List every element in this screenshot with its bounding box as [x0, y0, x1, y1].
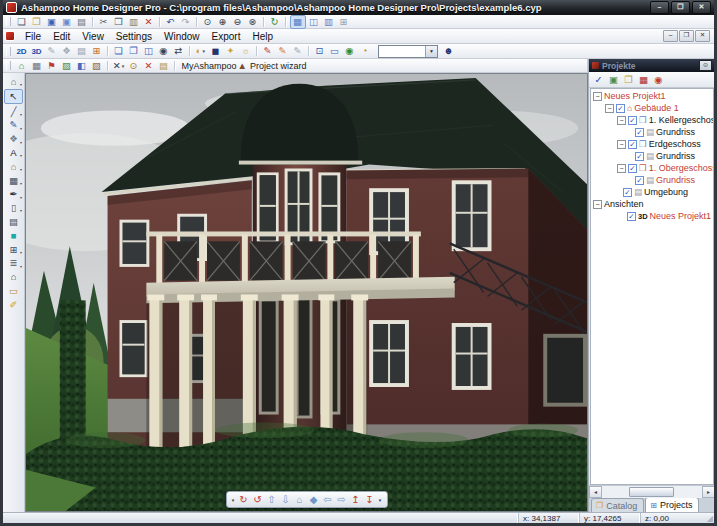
camera-button[interactable]: ◉ [157, 45, 171, 57]
layout-split-button[interactable]: ◫ [307, 16, 321, 28]
material-tool[interactable]: ■ [5, 229, 22, 242]
scrollbar-thumb[interactable] [629, 487, 674, 497]
stairs-tool[interactable]: ≣▾ [5, 257, 22, 270]
wall-tool[interactable]: ✎▾ [5, 119, 22, 132]
checkbox-checked-icon[interactable]: ✓ [628, 116, 637, 125]
tab-projects[interactable]: ⊞Projects [645, 497, 699, 512]
tree-item[interactable]: ✓3DNeues Projekt1 : 3D-Ansich [591, 210, 713, 222]
window-cascade-button[interactable]: ❏ [112, 45, 126, 57]
tree-item[interactable]: ✓▤Grundriss [591, 174, 713, 186]
shading-button[interactable]: ◐▾ [194, 45, 208, 57]
overview-button[interactable]: ⌂ [293, 493, 307, 506]
menu-file[interactable]: File [19, 30, 47, 43]
fence-tool[interactable]: ▦▾ [5, 174, 22, 187]
checkbox-checked-icon[interactable]: ✓ [616, 104, 625, 113]
panel-menu-button[interactable]: ⊙ [699, 60, 712, 71]
print-button[interactable]: ▤ [75, 16, 89, 28]
redo-button[interactable]: ↷ [179, 16, 193, 28]
clock-button[interactable]: ◔ [358, 45, 372, 57]
open-file-button[interactable]: ❐ [30, 16, 44, 28]
tree-item[interactable]: −✓⌂Gebäude 1 [591, 102, 713, 114]
materials-button[interactable]: ⊞ [90, 45, 104, 57]
minimize-button[interactable]: – [650, 1, 669, 14]
plan-button[interactable]: ▤ [75, 45, 89, 57]
open-project-button[interactable]: ❐ [622, 74, 636, 86]
3d-viewport[interactable]: ▾↻↺⇧⇩⌂◆⇦⇨↥↧▾ [25, 73, 588, 512]
panel-button[interactable]: ◧ [75, 60, 89, 72]
globe-button[interactable]: ◉ [343, 45, 357, 57]
flag-button[interactable]: ⚑ [45, 60, 59, 72]
tab-catalog[interactable]: ❐Catalog [591, 498, 644, 512]
column-tool[interactable]: ▯▾ [5, 201, 22, 214]
menu-help[interactable]: Help [246, 30, 279, 43]
tree-item[interactable]: ✓▤Umgebung [591, 186, 713, 198]
checkbox-checked-icon[interactable]: ✓ [628, 164, 637, 173]
screen-button[interactable]: ▭ [328, 45, 342, 57]
scroll-right-arrow[interactable]: ▸ [702, 486, 715, 498]
undo-button[interactable]: ↶ [164, 16, 178, 28]
render-ball-button[interactable]: ◉ [652, 74, 666, 86]
checkbox-checked-icon[interactable]: ✓ [635, 152, 644, 161]
assistant-button[interactable]: ☻ [442, 45, 456, 57]
checkbox-checked-icon[interactable]: ✓ [623, 188, 632, 197]
night-view-button[interactable]: ◼ [209, 45, 223, 57]
roof-tool[interactable]: ⌂▾ [5, 75, 22, 88]
expand-icon[interactable]: − [605, 104, 614, 113]
layout-single-button[interactable]: ▦ [290, 15, 306, 29]
key-button[interactable]: ✦ [224, 45, 238, 57]
material-box-button[interactable]: ▦ [637, 74, 651, 86]
tree-item[interactable]: −✓❒1. Obergeschoss [591, 162, 713, 174]
zoom-out-button[interactable]: ⊖ [231, 16, 245, 28]
expand-icon[interactable]: − [617, 140, 626, 149]
tilt-up-button[interactable]: ↥ [349, 493, 363, 506]
building-tool[interactable]: ⌂▾ [5, 160, 22, 173]
move-down-button[interactable]: ⇩ [279, 493, 293, 506]
myashampoo-button[interactable]: MyAshampoo [179, 60, 237, 72]
save-all-button[interactable]: ▣ [60, 16, 74, 28]
object-tool[interactable]: ❖▾ [5, 133, 22, 146]
find-button[interactable]: ⊙ [127, 60, 141, 72]
refresh-button[interactable]: ↻ [268, 16, 282, 28]
expand-icon[interactable]: − [617, 164, 626, 173]
move-up-button[interactable]: ⇧ [265, 493, 279, 506]
layout-quad-button[interactable]: ⊞ [337, 16, 351, 28]
scroll-left-arrow[interactable]: ◂ [589, 486, 602, 498]
line-tool[interactable]: ╱▾ [5, 105, 22, 118]
tree-item[interactable]: −Neues Projekt1 [591, 90, 713, 102]
eraser-tool[interactable]: ▭ [5, 284, 22, 297]
light-button[interactable]: ☼ [239, 45, 253, 57]
checkbox-checked-icon[interactable]: ✓ [627, 212, 636, 221]
chevron-down-icon[interactable]: ▼ [425, 46, 437, 57]
new-file-button[interactable]: ❏ [15, 16, 29, 28]
cut-button[interactable]: ✂ [97, 16, 111, 28]
rotate-left-button[interactable]: ↺ [251, 493, 265, 506]
menu-view[interactable]: View [76, 30, 110, 43]
window-tile-button[interactable]: ❐ [127, 45, 141, 57]
estate-button[interactable]: ⌂ [15, 60, 29, 72]
tools-button[interactable]: ✕▾ [112, 60, 126, 72]
table-button[interactable]: ▦ [30, 60, 44, 72]
spline-tool[interactable]: ✒▾ [5, 188, 22, 201]
menu-edit[interactable]: Edit [47, 30, 76, 43]
measure-tool[interactable]: ✐ [5, 298, 22, 311]
mdi-minimize-button[interactable]: – [663, 30, 678, 42]
checkbox-checked-icon[interactable]: ✓ [635, 128, 644, 137]
tree-item[interactable]: −Ansichten [591, 198, 713, 210]
expand-icon[interactable]: − [593, 92, 602, 101]
notes-button[interactable]: ▤ [157, 60, 171, 72]
menu-export[interactable]: Export [206, 30, 247, 43]
checkbox-checked-icon[interactable]: ✓ [635, 176, 644, 185]
move-left-button[interactable]: ⇦ [321, 493, 335, 506]
pen-red-button[interactable]: ✎ [261, 45, 275, 57]
rotate-right-button[interactable]: ↻ [237, 493, 251, 506]
view-2d-button[interactable]: 2D [15, 45, 29, 57]
expand-icon[interactable]: − [593, 200, 602, 209]
monitor-button[interactable]: ⊡ [313, 45, 327, 57]
walkthrough-button[interactable]: ⇄ [172, 45, 186, 57]
texture-button[interactable]: ▧ [90, 60, 104, 72]
views-button[interactable]: ▣ [607, 74, 621, 86]
remove-button[interactable]: ✕ [142, 60, 156, 72]
zoom-button[interactable]: ⊙ [201, 16, 215, 28]
tree-item[interactable]: −✓❒1. Kellergeschoss [591, 114, 713, 126]
view-3d-button[interactable]: 3D [30, 45, 44, 57]
